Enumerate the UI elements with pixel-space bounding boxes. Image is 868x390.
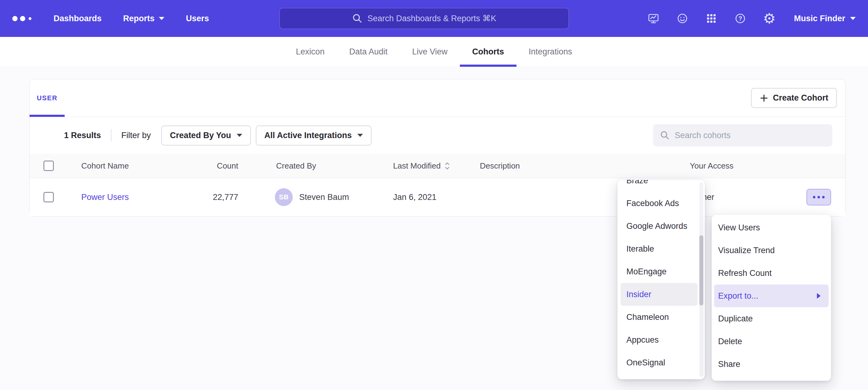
submenu-arrow-icon (817, 293, 820, 299)
header-last-modified-label: Last Modified (393, 161, 441, 171)
menu-item-google-adwords[interactable]: Google Adwords (621, 215, 698, 237)
tab-live-view[interactable]: Live View (412, 37, 447, 67)
svg-text:?: ? (738, 15, 742, 22)
top-navbar: Dashboards Reports Users Search Dashboar… (0, 0, 868, 37)
menu-item-appcues[interactable]: Appcues (621, 328, 698, 351)
tab-data-audit[interactable]: Data Audit (349, 37, 388, 67)
menu-item-label: Share (718, 360, 740, 369)
screen: Dashboards Reports Users Search Dashboar… (0, 0, 868, 390)
menu-item-label: Chameleon (626, 313, 669, 322)
search-icon (660, 130, 670, 140)
menu-item-label: Facebook Ads (626, 199, 679, 208)
header-last-modified[interactable]: Last Modified (393, 161, 451, 171)
feedback-smiley-icon[interactable] (676, 12, 689, 25)
filter-row: 1 Results Filter by Created By You All A… (30, 117, 845, 154)
sort-icon[interactable] (444, 161, 451, 170)
menu-item-duplicate[interactable]: Duplicate (714, 307, 829, 330)
menu-item-label: Delete (718, 337, 742, 346)
create-cohort-label: Create Cohort (773, 93, 828, 103)
header-created-by: Created By (276, 161, 316, 171)
menu-item-label: MoEngage (626, 267, 667, 277)
menu-item-label: Braze (626, 180, 648, 186)
menu-item-label: Google Adwords (626, 222, 687, 231)
integrations-filter-label: All Active Integrations (265, 131, 352, 140)
menu-item-insider[interactable]: Insider (621, 283, 698, 306)
submenu-scrollbar-thumb[interactable] (699, 235, 703, 305)
navbar-right-cluster: ? ⚙ Music Finder (647, 0, 856, 37)
secondary-tabs: Lexicon Data Audit Live View Cohorts Int… (0, 37, 868, 67)
menu-item-facebook-ads[interactable]: Facebook Ads (621, 192, 698, 215)
global-search-input[interactable]: Search Dashboards & Reports ⌘K (279, 8, 569, 29)
nav-reports-label: Reports (123, 14, 155, 23)
created-by-filter-dropdown[interactable]: Created By You (161, 126, 251, 145)
export-destinations-list: Braze Facebook Ads Google Adwords Iterab… (617, 180, 705, 374)
cohort-search[interactable] (653, 124, 832, 147)
menu-item-onesignal[interactable]: OneSignal (621, 351, 698, 374)
logo-dot-small (29, 17, 31, 20)
tab-integrations-label: Integrations (529, 47, 572, 57)
tab-live-view-label: Live View (412, 47, 447, 57)
results-count: 1 Results (64, 131, 101, 140)
apps-grid-icon[interactable] (705, 12, 718, 25)
menu-item-view-users[interactable]: View Users (714, 216, 829, 239)
header-cohort-name: Cohort Name (81, 161, 129, 171)
menu-item-visualize-trend[interactable]: Visualize Trend (714, 239, 829, 262)
menu-item-braze[interactable]: Braze (621, 180, 698, 192)
gear-glyph: ⚙ (763, 11, 776, 26)
mixpanel-dots-logo[interactable] (12, 16, 31, 21)
menu-item-export-to[interactable]: Export to... (714, 285, 829, 307)
filter-by-label: Filter by (121, 131, 151, 140)
row-checkbox[interactable] (43, 192, 54, 202)
tab-lexicon[interactable]: Lexicon (296, 37, 324, 67)
menu-item-moengage[interactable]: MoEngage (621, 260, 698, 283)
tab-user-label: USER (37, 94, 57, 102)
menu-item-chameleon[interactable]: Chameleon (621, 306, 698, 328)
ellipsis-dot (822, 196, 825, 198)
settings-gear-icon[interactable]: ⚙ (763, 12, 776, 25)
header-description: Description (480, 161, 520, 171)
export-destinations-submenu: Braze Facebook Ads Google Adwords Iterab… (617, 180, 705, 379)
global-search-placeholder: Search Dashboards & Reports ⌘K (368, 13, 496, 23)
integrations-filter-dropdown[interactable]: All Active Integrations (256, 126, 372, 145)
row-actions-ellipsis-button[interactable] (806, 189, 831, 205)
logo-dot (12, 16, 18, 21)
menu-item-label: View Users (718, 223, 760, 232)
table-row[interactable]: Power Users 22,777 SB Steven Baum Jan 6,… (30, 178, 845, 216)
last-modified-date: Jan 6, 2021 (393, 193, 436, 202)
menu-item-label: Appcues (626, 335, 659, 345)
menu-item-delete[interactable]: Delete (714, 330, 829, 353)
avatar-initials: SB (279, 193, 289, 201)
tab-user[interactable]: USER (30, 79, 65, 117)
create-cohort-button[interactable]: Create Cohort (751, 88, 837, 108)
plus-icon (760, 94, 768, 102)
menu-item-share[interactable]: Share (714, 353, 829, 376)
tab-cohorts-label: Cohorts (472, 47, 504, 57)
caret-down-icon (358, 134, 363, 137)
tab-lexicon-label: Lexicon (296, 47, 324, 57)
cohorts-card: USER Create Cohort 1 Results Filter by C… (29, 79, 845, 217)
card-header: USER Create Cohort (30, 79, 845, 117)
nav-users[interactable]: Users (186, 14, 209, 23)
vertical-divider (111, 129, 112, 141)
cohort-search-input[interactable] (675, 131, 826, 140)
workspace-label: Music Finder (794, 14, 845, 23)
tab-cohorts[interactable]: Cohorts (472, 37, 504, 67)
cohort-name-link[interactable]: Power Users (81, 193, 129, 202)
menu-item-refresh-count[interactable]: Refresh Count (714, 262, 829, 285)
nav-dashboards[interactable]: Dashboards (54, 14, 101, 23)
help-icon[interactable]: ? (734, 12, 747, 25)
tab-integrations[interactable]: Integrations (529, 37, 572, 67)
monitor-icon[interactable] (647, 12, 660, 25)
tab-data-audit-label: Data Audit (349, 47, 388, 57)
workspace-menu[interactable]: Music Finder (794, 14, 856, 23)
menu-item-label: Refresh Count (718, 268, 772, 278)
created-by-name: Steven Baum (299, 193, 349, 202)
menu-item-iterable[interactable]: Iterable (621, 237, 698, 260)
header-count: Count (177, 161, 238, 171)
nav-dashboards-label: Dashboards (54, 14, 101, 23)
caret-down-icon (237, 134, 242, 137)
nav-reports[interactable]: Reports (123, 14, 164, 23)
menu-item-label: Duplicate (718, 314, 753, 324)
select-all-checkbox[interactable] (43, 161, 54, 171)
caret-down-icon (850, 17, 856, 20)
